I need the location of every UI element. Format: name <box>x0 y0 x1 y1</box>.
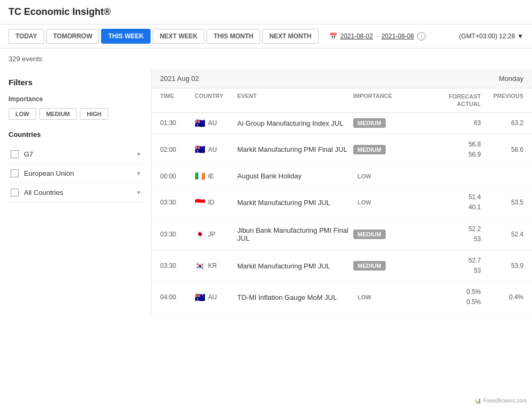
tab-today[interactable]: TODAY <box>9 29 44 44</box>
th-event: Event <box>237 93 353 108</box>
event-previous: 52.4 <box>481 231 523 238</box>
country-code: AU <box>208 293 217 301</box>
tab-this-month[interactable]: THIS MONTH <box>206 29 260 44</box>
event-name: TD-MI Inflation Gauge MoM JUL <box>237 293 353 301</box>
date-from[interactable]: 2021-08-02 <box>340 32 373 40</box>
event-name: Ai Group Manufacturing Index JUL <box>237 119 353 127</box>
country-flag: 🇦🇺 <box>195 292 205 302</box>
importance-high[interactable]: HIGH <box>80 108 109 120</box>
event-previous: 53.9 <box>481 262 523 269</box>
tab-this-week[interactable]: THIS WEEK <box>101 29 151 44</box>
table-row: 04:00 🇦🇺 AU TD-MI Inflation Gauge MoM JU… <box>152 282 532 313</box>
calendar-icon: 📅 <box>329 32 337 40</box>
importance-badge: MEDIUM <box>353 230 386 239</box>
event-previous: 58.6 <box>481 146 523 153</box>
checkbox-eu[interactable] <box>11 169 19 177</box>
country-flag: 🇰🇷 <box>195 261 205 271</box>
event-time: 03:30 <box>160 262 195 269</box>
event-previous: 63.2 <box>481 119 523 127</box>
checkbox-g7[interactable] <box>11 150 19 158</box>
country-g7-left: G7 <box>11 150 33 158</box>
country-code: JP <box>208 231 215 238</box>
event-importance: LOW <box>353 198 412 207</box>
app-title: TC Economic Insight® <box>0 0 532 24</box>
importance-badge: LOW <box>353 198 376 207</box>
importance-medium[interactable]: MEDIUM <box>39 108 77 120</box>
country-option-all[interactable]: All Countries ▾ <box>9 183 143 202</box>
th-forecast-actual: ForecastActual <box>412 93 481 108</box>
event-previous: 53.5 <box>481 199 523 206</box>
date-separator: - <box>376 32 378 40</box>
country-all-label: All Countries <box>24 189 63 197</box>
importance-badge: LOW <box>353 171 376 181</box>
event-previous: 0.4% <box>481 293 523 301</box>
event-country: 🇯🇵 JP <box>195 229 237 239</box>
importance-label: Importance <box>9 95 143 103</box>
importance-badge: MEDIUM <box>353 145 386 154</box>
event-importance: MEDIUM <box>353 118 412 128</box>
importance-section: Importance LOW MEDIUM HIGH <box>9 95 143 120</box>
tab-next-month[interactable]: NEXT MONTH <box>262 29 318 44</box>
event-forecast-actual: 63 <box>412 118 481 128</box>
tab-next-week[interactable]: NEXT WEEK <box>153 29 204 44</box>
tab-tomorrow[interactable]: TOMORROW <box>46 29 99 44</box>
date-range: 📅 2021-08-02 - 2021-08-08 i <box>329 32 426 40</box>
event-time: 01:30 <box>160 119 195 127</box>
country-code: ID <box>208 199 214 206</box>
country-option-g7[interactable]: G7 ▾ <box>9 145 143 164</box>
timezone-selector[interactable]: (GMT+03:00) 12:28 ▼ <box>459 32 523 40</box>
date-to[interactable]: 2021-08-08 <box>381 32 414 40</box>
table-row: 02:00 🇦🇺 AU Markit Manufacturing PMI Fin… <box>152 134 532 166</box>
country-code: AU <box>208 146 217 153</box>
country-flag: 🇮🇩 <box>195 198 205 208</box>
content-area: 2021 Aug 02 Monday Time Country Event Im… <box>152 69 532 314</box>
event-forecast-actual: 52.253 <box>412 224 481 244</box>
sidebar-filters: Filters Importance LOW MEDIUM HIGH Count… <box>0 69 152 314</box>
section-date: 2021 Aug 02 <box>160 75 199 83</box>
event-country: 🇦🇺 AU <box>195 118 237 128</box>
country-option-eu[interactable]: European Union ▾ <box>9 164 143 183</box>
chevron-down-icon: ▼ <box>517 32 523 40</box>
importance-low[interactable]: LOW <box>9 108 36 120</box>
th-country: Country <box>195 93 237 108</box>
event-forecast-actual: 52.753 <box>412 256 481 276</box>
country-eu-label: European Union <box>24 169 74 177</box>
main-layout: Filters Importance LOW MEDIUM HIGH Count… <box>0 69 532 314</box>
countries-label: Countries <box>9 130 143 138</box>
checkbox-all[interactable] <box>11 189 19 197</box>
table-row: 00:00 🇮🇪 IE August Bank Holiday LOW <box>152 166 532 187</box>
event-importance: MEDIUM <box>353 230 412 239</box>
date-header: 2021 Aug 02 Monday <box>152 69 532 88</box>
info-icon[interactable]: i <box>417 32 426 40</box>
country-eu-left: European Union <box>11 169 74 177</box>
event-name: Markit Manufacturing PMI JUL <box>237 199 353 207</box>
filters-heading: Filters <box>9 78 143 87</box>
event-time: 03:30 <box>160 199 195 206</box>
events-count: 329 events <box>0 48 532 69</box>
importance-buttons: LOW MEDIUM HIGH <box>9 108 143 120</box>
table-row: 03:30 🇯🇵 JP Jibun Bank Manufacturing PMI… <box>152 219 532 250</box>
app-title-text: TC Economic Insight® <box>9 6 111 17</box>
table-header: Time Country Event Importance ForecastAc… <box>152 88 532 113</box>
chevron-eu-icon: ▾ <box>137 170 140 177</box>
country-flag: 🇦🇺 <box>195 118 205 128</box>
event-time: 04:00 <box>160 293 195 301</box>
country-code: AU <box>208 119 217 127</box>
event-forecast-actual: 56.856.9 <box>412 140 481 160</box>
event-country: 🇦🇺 AU <box>195 292 237 302</box>
country-flag: 🇮🇪 <box>195 171 205 181</box>
importance-badge: MEDIUM <box>353 261 386 271</box>
event-importance: MEDIUM <box>353 261 412 271</box>
th-previous: Previous <box>481 93 523 108</box>
country-flag: 🇦🇺 <box>195 144 205 154</box>
event-forecast-actual: 0.5%0.5% <box>412 287 481 307</box>
country-flag: 🇯🇵 <box>195 229 205 239</box>
table-row: 01:30 🇦🇺 AU Ai Group Manufacturing Index… <box>152 113 532 134</box>
timezone-value: (GMT+03:00) 12:28 <box>459 32 515 40</box>
event-country: 🇮🇪 IE <box>195 171 237 181</box>
country-all-left: All Countries <box>11 189 63 197</box>
events-count-text: 329 events <box>9 55 43 63</box>
event-importance: LOW <box>353 292 412 302</box>
country-code: IE <box>208 173 214 180</box>
event-time: 03:30 <box>160 231 195 238</box>
